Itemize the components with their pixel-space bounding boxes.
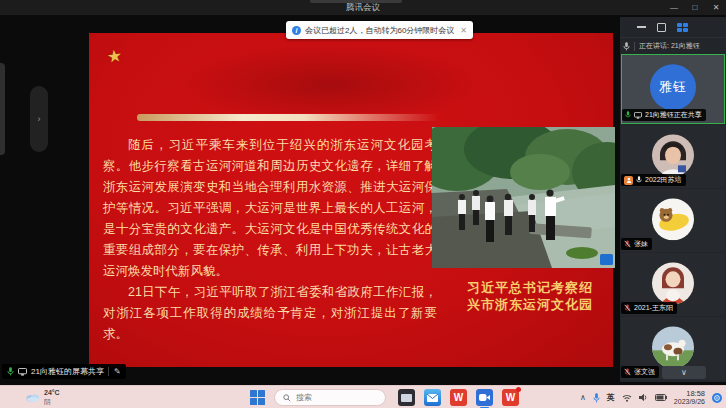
slide-paragraph-1: 随后，习近平乘车来到位于绍兴的浙东运河文化园考察。他步行察看古运河河道和周边历史… [103, 135, 437, 282]
pinned-apps: W W [398, 389, 519, 406]
chevron-right-icon: › [38, 114, 41, 124]
speaking-now-label: 正在讲话: 21向雅钰 [639, 41, 700, 51]
search-icon [283, 394, 291, 402]
avatar-anime-girl [652, 262, 694, 304]
tencent-meeting-app-icon[interactable] [476, 389, 493, 406]
mic-muted-icon [624, 304, 631, 312]
panel-expand-toggle[interactable]: › [30, 86, 48, 152]
sidebar-minimize-icon[interactable] [637, 26, 646, 28]
speaker-icon[interactable] [639, 393, 648, 402]
window-title: 腾讯会议 [346, 2, 380, 14]
tray-mic-icon[interactable] [593, 393, 600, 403]
photo-logo-badge [600, 254, 613, 265]
avatar-cow-photo [652, 326, 694, 368]
avatar-banana-bear [652, 198, 694, 240]
meeting-limit-notification: i 会议已超过2人，自动转为60分钟限时会议 ✕ [286, 21, 473, 39]
annotate-pen-icon[interactable]: ✎ [108, 367, 121, 376]
input-language-indicator[interactable]: 英 [607, 392, 615, 403]
weather-condition: 阴 [44, 397, 60, 406]
share-owner-label: 21向雅钰的屏幕共享 [31, 366, 104, 377]
mic-on-icon [636, 176, 642, 184]
participant-name: 张文强 [634, 367, 655, 377]
mail-app-icon[interactable] [424, 389, 441, 406]
shared-screen-stage: › ★ 随后，习近平乘车来到位于绍兴的浙东运河文化园考察。他步行察看古运河河道和… [0, 15, 726, 385]
tile-name-label: 2022田苏培 [621, 174, 686, 186]
slide-background-motif [179, 43, 479, 113]
sharing-screen-icon [634, 112, 642, 119]
close-button[interactable]: ✕ [710, 3, 722, 12]
participant-name: 2022田苏培 [645, 175, 682, 185]
co-host-badge-icon [624, 176, 633, 185]
wifi-icon[interactable] [622, 394, 632, 402]
screen-share-status-pill[interactable]: 21向雅钰的屏幕共享 ✎ [2, 364, 126, 379]
mic-on-icon [7, 367, 14, 376]
titlebar-drag-tab[interactable] [310, 0, 402, 3]
avatar: 雅钰 [650, 64, 696, 110]
active-speaker-bar: 正在讲话: 21向雅钰 [620, 37, 726, 54]
wps-office-icon[interactable]: W [450, 389, 467, 406]
video-tile[interactable]: 2022田苏培 [621, 125, 725, 188]
taskbar-search[interactable] [274, 389, 386, 406]
titlebar: 腾讯会议 — □ ✕ [0, 0, 726, 15]
tile-name-label: 21向雅钰正在共享 [622, 109, 706, 121]
video-tile[interactable]: 2021-王东阳 [621, 253, 725, 316]
tile-name-label: 张文强 [621, 366, 659, 378]
weather-widget[interactable]: 24°C 阴 [26, 388, 60, 406]
weather-temp: 24°C [44, 388, 60, 397]
canal-inspection-photo [432, 127, 615, 268]
tile-name-label: 张妹 [621, 238, 652, 250]
left-docked-panel[interactable] [0, 63, 5, 155]
caption-line-2: 兴市浙东运河文化园 [445, 296, 615, 313]
layout-mode-icon[interactable] [657, 23, 666, 32]
tile-name-label: 2021-王东阳 [621, 302, 677, 314]
participant-name: 张妹 [634, 239, 648, 249]
caption-line-1: 习近平总书记考察绍 [445, 279, 615, 296]
photo-caption: 习近平总书记考察绍 兴市浙东运河文化园 [445, 279, 615, 313]
collapse-tiles-button[interactable]: ∨ [662, 366, 706, 379]
start-button[interactable] [250, 390, 265, 405]
video-tiles-list: 雅钰 21向雅钰正在共享 [620, 54, 726, 382]
maximize-button[interactable]: □ [689, 3, 701, 12]
sidebar-toolbar [620, 17, 726, 37]
video-tile-sharer[interactable]: 雅钰 21向雅钰正在共享 [621, 54, 725, 124]
file-explorer-icon[interactable] [398, 389, 415, 406]
presentation-slide: ★ 随后，习近平乘车来到位于绍兴的浙东运河文化园考察。他步行察看古运河河道和周边… [89, 33, 613, 367]
mic-muted-icon [624, 368, 631, 376]
gallery-view-icon[interactable] [677, 23, 688, 32]
info-icon: i [292, 26, 301, 35]
divider [634, 42, 635, 51]
notification-text: 会议已超过2人，自动转为60分钟限时会议 [305, 25, 454, 36]
battery-icon[interactable] [655, 394, 667, 401]
decorative-ribbon [137, 114, 439, 121]
video-tile[interactable]: 张妹 [621, 189, 725, 252]
star-icon: ★ [106, 45, 124, 68]
notification-close-icon[interactable]: ✕ [460, 26, 467, 35]
video-tile[interactable]: 张文强 ∨ [621, 317, 725, 380]
minimize-button[interactable]: — [668, 3, 680, 12]
notification-dot [516, 387, 521, 392]
taskbar-clock[interactable]: 18:58 2023/9/26 [674, 390, 705, 406]
mic-muted-icon [624, 240, 631, 248]
slide-paragraph-2: 21日下午，习近平听取了浙江省委和省政府工作汇报，对浙江各项工作取得的成绩给予肯… [103, 282, 437, 345]
cloud-icon [26, 392, 40, 402]
search-input[interactable] [296, 393, 376, 402]
system-tray: ∧ 英 18:58 2023/9 [580, 386, 726, 408]
photo-illustration [432, 127, 615, 268]
participant-name: 21向雅钰正在共享 [645, 110, 702, 120]
tencent-meeting-window: 腾讯会议 — □ ✕ › ★ 随后，习近平乘车来到位于绍兴的浙东运河文化园考察。… [0, 0, 726, 408]
time: 18:58 [674, 390, 705, 398]
mic-on-icon [625, 111, 631, 119]
chevron-down-icon: ∨ [681, 368, 687, 377]
window-controls: — □ ✕ [668, 0, 722, 15]
wps-docs-icon[interactable]: W [502, 389, 519, 406]
windows-taskbar: 24°C 阴 W W ∧ [0, 385, 726, 408]
participants-sidebar: 正在讲话: 21向雅钰 雅钰 21向雅钰正在共享 [620, 17, 726, 382]
speaking-mic-icon [623, 42, 630, 51]
date: 2023/9/26 [674, 398, 705, 406]
participant-name: 2021-王东阳 [634, 303, 673, 313]
avatar-photo-girl [652, 134, 694, 176]
screen-share-icon [18, 368, 27, 376]
notification-center-icon[interactable] [712, 393, 722, 403]
tray-overflow-icon[interactable]: ∧ [580, 393, 586, 402]
slide-body-text: 随后，习近平乘车来到位于绍兴的浙东运河文化园考察。他步行察看古运河河道和周边历史… [103, 135, 437, 345]
